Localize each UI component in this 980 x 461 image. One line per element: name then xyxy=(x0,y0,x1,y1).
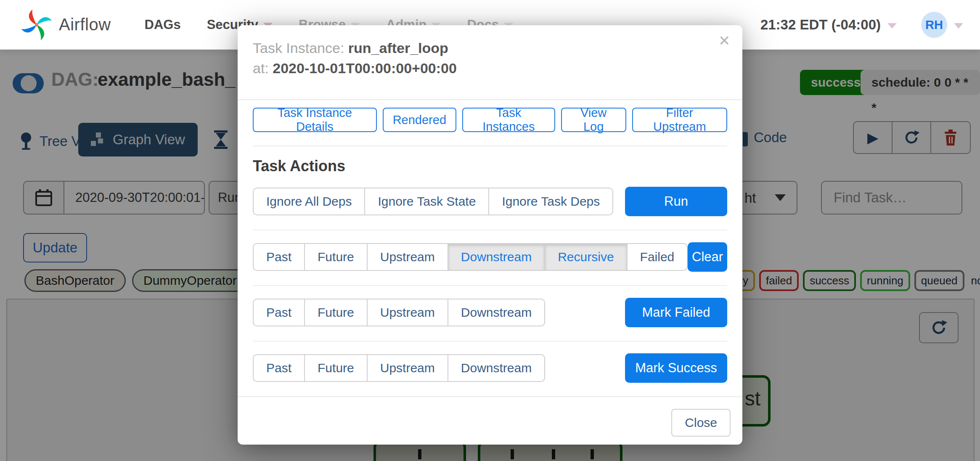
mark-failed-downstream-button[interactable]: Downstream xyxy=(448,299,545,326)
run-options-group: Ignore All Deps Ignore Task State Ignore… xyxy=(253,188,613,215)
divider xyxy=(253,230,727,231)
clear-past-button[interactable]: Past xyxy=(253,243,305,271)
mark-success-past-button[interactable]: Past xyxy=(253,354,305,382)
mark-failed-action-row: Past Future Upstream Downstream Mark Fai… xyxy=(253,298,727,327)
modal-close-button[interactable]: Close xyxy=(671,409,731,437)
mark-failed-options-group: Past Future Upstream Downstream xyxy=(253,299,545,326)
mark-success-downstream-button[interactable]: Downstream xyxy=(448,354,545,382)
clear-future-button[interactable]: Future xyxy=(304,243,368,271)
clock[interactable]: 21:32 EDT (-04:00) xyxy=(760,17,881,33)
mark-failed-upstream-button[interactable]: Upstream xyxy=(367,299,448,326)
nav-item-label: DAGs xyxy=(145,17,181,32)
modal-title-line2: at: 2020-10-01T00:00:00+00:00 xyxy=(253,58,727,78)
instance-links-row: Task Instance Details Rendered Task Inst… xyxy=(253,108,727,132)
divider xyxy=(253,146,727,146)
screen: Airflow DAGs Security Browse Admin Docs xyxy=(0,0,980,461)
task-instances-button[interactable]: Task Instances xyxy=(462,108,555,132)
caret-down-icon xyxy=(887,23,897,29)
divider xyxy=(253,285,727,286)
task-actions-title: Task Actions xyxy=(253,157,727,175)
divider xyxy=(253,341,727,342)
mark-success-future-button[interactable]: Future xyxy=(304,354,368,382)
user-avatar[interactable]: RH xyxy=(921,12,947,38)
filter-upstream-button[interactable]: Filter Upstream xyxy=(632,108,727,132)
mark-success-upstream-button[interactable]: Upstream xyxy=(367,354,448,382)
clear-button[interactable]: Clear xyxy=(688,242,727,272)
task-instance-modal: Task Instance: run_after_loop at: 2020-1… xyxy=(238,25,742,445)
clear-options-group: Past Future Upstream Downstream Recursiv… xyxy=(253,243,688,271)
run-button[interactable]: Run xyxy=(625,187,727,216)
airflow-logo-icon xyxy=(20,8,53,41)
modal-header: Task Instance: run_after_loop at: 2020-1… xyxy=(238,25,742,100)
at-prefix: at: xyxy=(253,60,269,76)
mark-success-action-row: Past Future Upstream Downstream Mark Suc… xyxy=(253,353,727,383)
mark-success-button[interactable]: Mark Success xyxy=(625,353,727,383)
modal-close-icon[interactable]: × xyxy=(719,31,730,50)
mark-failed-past-button[interactable]: Past xyxy=(253,299,305,326)
title-prefix: Task Instance: xyxy=(253,40,344,56)
modal-footer: Close xyxy=(238,396,742,437)
mark-success-options-group: Past Future Upstream Downstream xyxy=(253,354,545,382)
ignore-task-state-button[interactable]: Ignore Task State xyxy=(364,188,489,215)
ignore-all-deps-button[interactable]: Ignore All Deps xyxy=(253,188,365,215)
view-log-button[interactable]: View Log xyxy=(561,108,626,132)
brand[interactable]: Airflow xyxy=(20,8,111,41)
execution-date-value: 2020-10-01T00:00:00+00:00 xyxy=(273,60,457,76)
modal-body: Task Instance Details Rendered Task Inst… xyxy=(238,108,742,383)
navbar-right: 21:32 EDT (-04:00) RH xyxy=(760,0,963,50)
ignore-task-deps-button[interactable]: Ignore Task Deps xyxy=(488,188,613,215)
nav-item-dags[interactable]: DAGs xyxy=(145,17,181,32)
mark-failed-button[interactable]: Mark Failed xyxy=(625,298,727,327)
avatar-initials: RH xyxy=(925,18,943,32)
clear-recursive-button[interactable]: Recursive xyxy=(544,243,627,271)
modal-title-line1: Task Instance: run_after_loop xyxy=(253,38,727,58)
clear-action-row: Past Future Upstream Downstream Recursiv… xyxy=(253,242,727,272)
task-instance-details-button[interactable]: Task Instance Details xyxy=(253,108,377,132)
task-name: run_after_loop xyxy=(348,40,448,56)
clear-failed-button[interactable]: Failed xyxy=(627,243,688,271)
caret-down-icon xyxy=(954,23,963,29)
rendered-button[interactable]: Rendered xyxy=(383,108,456,132)
mark-failed-future-button[interactable]: Future xyxy=(304,299,368,326)
clear-upstream-button[interactable]: Upstream xyxy=(367,243,448,271)
brand-name: Airflow xyxy=(59,15,111,34)
run-action-row: Ignore All Deps Ignore Task State Ignore… xyxy=(253,187,727,216)
clear-downstream-button[interactable]: Downstream xyxy=(448,243,545,271)
